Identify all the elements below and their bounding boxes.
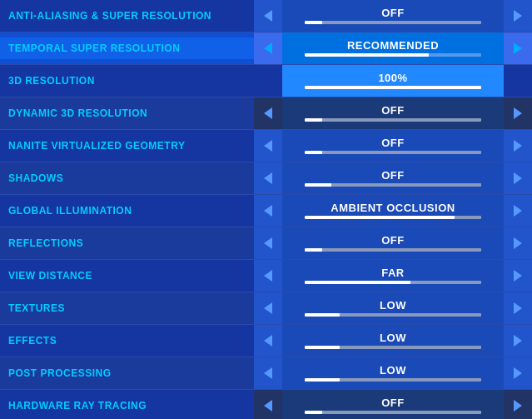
arrow-left-hardware-ray-tracing[interactable]	[254, 390, 282, 419]
setting-control-post-processing: LOW	[254, 357, 532, 389]
value-area-dynamic-3d-resolution: OFF	[282, 97, 504, 129]
setting-control-effects: LOW	[254, 325, 532, 357]
setting-row-global-illumination: GLOBAL ILLUMINATION AMBIENT OCCLUSION	[0, 195, 532, 227]
setting-row-dynamic-3d-resolution: DYNAMIC 3D RESOLUTION OFF	[0, 97, 532, 130]
setting-label-anti-aliasing: ANTI-ALIASING & SUPER RESOLUTION	[0, 5, 254, 27]
arrow-right-temporal-super-resolution[interactable]	[504, 32, 532, 64]
arrow-right-icon-dynamic-3d-resolution	[514, 107, 522, 119]
setting-label-temporal-super-resolution: TEMPORAL SUPER RESOLUTION	[0, 37, 254, 59]
value-area-shadows: OFF	[282, 162, 504, 194]
progress-fill-global-illumination	[305, 216, 455, 219]
setting-label-shadows: SHADOWS	[0, 167, 254, 189]
arrow-left-dynamic-3d-resolution[interactable]	[254, 97, 282, 129]
setting-label-textures: TEXTURES	[0, 297, 254, 319]
setting-label-effects: EFFECTS	[0, 330, 254, 352]
arrow-right-nanite[interactable]	[504, 130, 532, 162]
arrow-right-icon-hardware-ray-tracing	[514, 400, 522, 412]
setting-label-hardware-ray-tracing: HARDWARE RAY TRACING	[0, 395, 254, 417]
progress-fill-shadows	[305, 183, 331, 187]
progress-fill-effects	[305, 346, 341, 349]
value-area-view-distance: FAR	[282, 260, 504, 292]
arrow-left-icon-nanite	[264, 140, 272, 152]
arrow-right-icon-post-processing	[514, 367, 522, 379]
progress-bar-hardware-ray-tracing	[305, 411, 482, 414]
setting-row-reflections: REFLECTIONS OFF	[0, 227, 532, 260]
arrow-left-textures[interactable]	[254, 292, 282, 324]
arrow-left-temporal-super-resolution[interactable]	[254, 32, 282, 64]
arrow-left-view-distance[interactable]	[254, 260, 282, 292]
value-text-3d-resolution: 100%	[378, 72, 407, 83]
progress-fill-hardware-ray-tracing	[305, 411, 322, 414]
arrow-left-anti-aliasing[interactable]	[254, 0, 282, 32]
value-area-temporal-super-resolution: RECOMMENDED	[282, 32, 504, 64]
setting-control-reflections: OFF	[254, 227, 532, 259]
value-text-global-illumination: AMBIENT OCCLUSION	[331, 202, 455, 213]
setting-label-post-processing: POST PROCESSING	[0, 362, 254, 384]
progress-fill-dynamic-3d-resolution	[305, 118, 322, 122]
arrow-right-post-processing[interactable]	[504, 357, 532, 389]
arrow-left-shadows[interactable]	[254, 162, 282, 194]
setting-row-3d-resolution: 3D RESOLUTION 100%	[0, 65, 532, 97]
progress-bar-view-distance	[305, 281, 482, 284]
arrow-right-global-illumination[interactable]	[504, 195, 532, 227]
progress-fill-nanite	[305, 151, 322, 154]
arrow-left-icon-textures	[264, 302, 272, 314]
value-text-view-distance: FAR	[381, 267, 405, 278]
arrow-left-icon-dynamic-3d-resolution	[264, 107, 272, 119]
value-text-effects: LOW	[380, 332, 406, 343]
progress-bar-shadows	[305, 183, 482, 187]
arrow-left-icon-reflections	[264, 237, 272, 249]
progress-bar-effects	[305, 346, 482, 349]
progress-bar-reflections	[305, 248, 482, 252]
arrow-right-view-distance[interactable]	[504, 260, 532, 292]
progress-fill-textures	[305, 313, 341, 317]
setting-control-shadows: OFF	[254, 162, 532, 194]
setting-label-reflections: REFLECTIONS	[0, 232, 254, 254]
value-area-nanite: OFF	[282, 130, 504, 162]
setting-label-global-illumination: GLOBAL ILLUMINATION	[0, 200, 254, 222]
setting-label-nanite: NANITE VIRTUALIZED GEOMETRY	[0, 135, 254, 157]
arrow-left-icon-view-distance	[264, 270, 272, 282]
arrow-right-shadows[interactable]	[504, 162, 532, 194]
arrow-left-effects[interactable]	[254, 325, 282, 357]
arrow-right-icon-global-illumination	[514, 205, 522, 217]
value-text-shadows: OFF	[381, 170, 405, 181]
value-area-3d-resolution: 100%	[282, 65, 504, 97]
arrow-left-reflections[interactable]	[254, 227, 282, 259]
arrow-left-icon-effects	[264, 335, 272, 347]
setting-label-3d-resolution: 3D RESOLUTION	[0, 70, 254, 92]
arrow-right-dynamic-3d-resolution[interactable]	[504, 97, 532, 129]
arrow-right-icon-textures	[514, 302, 522, 314]
progress-bar-global-illumination	[305, 216, 482, 219]
value-text-post-processing: LOW	[380, 365, 406, 376]
value-area-hardware-ray-tracing: OFF	[282, 390, 504, 419]
value-text-nanite: OFF	[381, 137, 405, 148]
setting-control-3d-resolution: 100%	[254, 65, 532, 97]
setting-control-anti-aliasing: OFF	[254, 0, 532, 32]
setting-control-view-distance: FAR	[254, 260, 532, 292]
progress-fill-reflections	[305, 248, 322, 252]
value-area-textures: LOW	[282, 292, 504, 324]
arrow-right-reflections[interactable]	[504, 227, 532, 259]
arrow-right-icon-nanite	[514, 140, 522, 152]
arrow-right-hardware-ray-tracing[interactable]	[504, 390, 532, 419]
value-area-global-illumination: AMBIENT OCCLUSION	[282, 195, 504, 227]
arrow-left-nanite[interactable]	[254, 130, 282, 162]
arrow-right-effects[interactable]	[504, 325, 532, 357]
value-text-dynamic-3d-resolution: OFF	[381, 105, 405, 116]
settings-container: ANTI-ALIASING & SUPER RESOLUTION OFF TEM…	[0, 0, 532, 419]
value-text-textures: LOW	[380, 300, 406, 311]
arrow-right-icon-reflections	[514, 237, 522, 249]
arrow-left-post-processing[interactable]	[254, 357, 282, 389]
arrow-right-icon-anti-aliasing	[514, 10, 522, 22]
setting-row-shadows: SHADOWS OFF	[0, 162, 532, 195]
value-area-effects: LOW	[282, 325, 504, 357]
arrow-left-icon-post-processing	[264, 367, 272, 379]
arrow-right-textures[interactable]	[504, 292, 532, 324]
value-text-temporal-super-resolution: RECOMMENDED	[347, 40, 439, 51]
progress-bar-anti-aliasing	[305, 21, 482, 24]
arrow-right-anti-aliasing[interactable]	[504, 0, 532, 32]
setting-label-dynamic-3d-resolution: DYNAMIC 3D RESOLUTION	[0, 102, 254, 124]
arrow-left-global-illumination[interactable]	[254, 195, 282, 227]
progress-bar-textures	[305, 313, 482, 317]
